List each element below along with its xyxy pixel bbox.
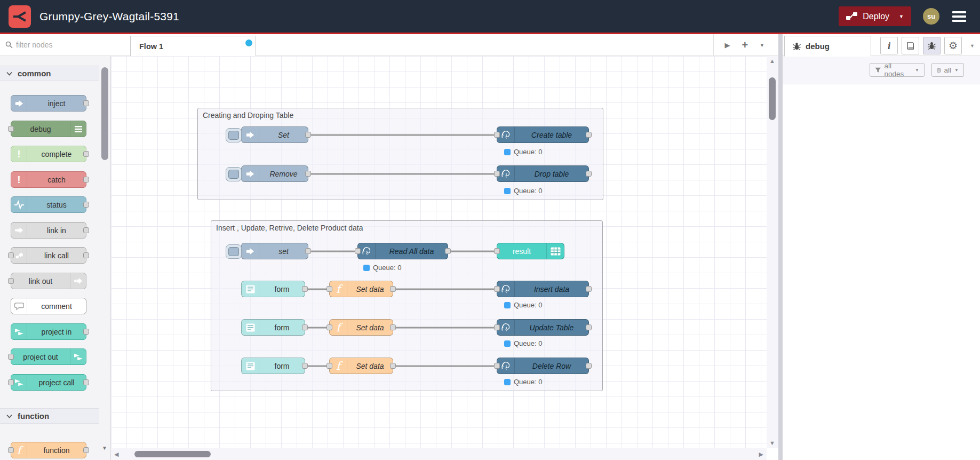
node-form[interactable]: form [241,319,305,336]
node-table-result[interactable]: result [497,243,564,259]
input-port[interactable] [8,252,14,258]
input-port[interactable] [8,379,14,385]
palette-scroll-down-icon[interactable]: ▼ [100,445,109,451]
palette-filter-input[interactable] [16,41,96,49]
output-port[interactable] [445,248,451,254]
output-port[interactable] [83,100,89,106]
tab-debug[interactable]: debug [784,36,871,57]
palette-node-catch[interactable]: ! catch [11,171,86,188]
output-port[interactable] [586,286,592,292]
config-tab-button[interactable]: ⚙ [944,37,962,54]
palette-node-project-out[interactable]: project out [11,348,86,365]
flow-list-chevron-icon[interactable]: ▼ [760,43,764,48]
user-avatar[interactable]: su [923,8,939,25]
info-tab-button[interactable]: i [880,37,898,54]
add-flow-button[interactable]: + [742,39,748,51]
output-port[interactable] [302,324,308,330]
palette-node-function[interactable]: f function [11,442,86,458]
tab-flow-1[interactable]: Flow 1 [130,36,256,56]
palette-category-common[interactable]: common [0,66,99,81]
input-port[interactable] [494,324,500,330]
output-port[interactable] [83,447,89,453]
input-port[interactable] [8,447,14,453]
node-inject-remove[interactable]: Remove [241,165,308,182]
palette-node-link-out[interactable]: link out [11,273,86,289]
input-port[interactable] [8,278,14,284]
node-function-set-data[interactable]: f Set data [329,281,393,297]
main-menu-icon[interactable] [952,11,966,22]
output-port[interactable] [305,171,311,177]
node-inject-set-lower[interactable]: set [241,243,308,259]
output-port[interactable] [83,177,89,183]
inject-button[interactable] [226,128,242,142]
output-port[interactable] [586,363,592,369]
tab-scroll-right-icon[interactable]: ▶ [724,41,730,49]
inject-button[interactable] [226,167,242,181]
palette-node-link-call[interactable]: link call [11,247,86,264]
debug-filter-button[interactable]: all nodes ▼ [870,63,925,77]
input-port[interactable] [8,354,14,360]
output-port[interactable] [83,252,89,258]
output-port[interactable] [305,132,311,138]
palette-node-link-in[interactable]: link in [11,222,86,239]
output-port[interactable] [586,324,592,330]
canvas-horizontal-scrollbar[interactable]: ◀ ▶ [111,448,767,460]
palette-node-project-call[interactable]: project call [11,374,86,391]
output-port[interactable] [302,286,308,292]
node-function-set-data[interactable]: f Set data [329,319,393,336]
palette-node-complete[interactable]: ! complete [11,146,86,162]
scroll-up-icon[interactable]: ▲ [769,58,775,64]
canvas-vertical-scrollbar[interactable]: ▲ ▼ [767,56,778,448]
flow-group-create-drop[interactable]: Creating and Droping Table [197,108,603,200]
output-port[interactable] [302,363,308,369]
input-port[interactable] [326,286,332,292]
output-port[interactable] [83,329,89,335]
output-port[interactable] [83,202,89,208]
input-port[interactable] [326,324,332,330]
node-pg-delete-row[interactable]: Delete Row [497,358,589,374]
node-pg-read-all-data[interactable]: Read All data [357,243,448,259]
node-pg-drop-table[interactable]: Drop table [497,165,589,182]
scroll-down-icon[interactable]: ▼ [769,440,775,446]
node-form[interactable]: form [241,281,305,297]
help-tab-button[interactable] [902,37,919,54]
palette-node-status[interactable]: status [11,196,86,213]
palette-scrollbar-thumb[interactable] [101,67,108,160]
scroll-right-icon[interactable]: ▶ [759,451,763,458]
deploy-button[interactable]: Deploy ▼ [839,6,911,26]
output-port[interactable] [586,171,592,177]
input-port[interactable] [494,363,500,369]
input-port[interactable] [355,248,361,254]
sidebar-splitter[interactable] [778,34,783,460]
inject-button[interactable] [226,244,242,259]
palette-node-inject[interactable]: inject [11,95,86,112]
node-pg-update-table[interactable]: Update Table [497,319,589,336]
scroll-left-icon[interactable]: ◀ [114,451,118,458]
input-port[interactable] [494,132,500,138]
sidebar-options-chevron-icon[interactable]: ▼ [970,43,975,49]
input-port[interactable] [494,286,500,292]
flow-canvas[interactable]: Creating and Droping Table Insert , Upda… [111,56,767,448]
palette-node-comment[interactable]: comment [11,298,86,314]
output-port[interactable] [390,286,396,292]
debug-clear-button[interactable]: all ▼ [931,63,964,77]
palette-category-function[interactable]: function [0,408,99,424]
input-port[interactable] [494,171,500,177]
output-port[interactable] [390,324,396,330]
node-form[interactable]: form [241,358,305,374]
palette-node-project-in[interactable]: project in [11,323,86,340]
output-port[interactable] [390,363,396,369]
input-port[interactable] [326,363,332,369]
node-inject-set[interactable]: Set [241,126,308,143]
node-function-set-data[interactable]: f Set data [329,358,393,374]
scrollbar-thumb[interactable] [769,77,776,120]
palette-node-debug[interactable]: debug [11,121,86,137]
output-port[interactable] [83,227,89,233]
input-port[interactable] [494,248,500,254]
node-pg-insert-data[interactable]: Insert data [497,281,589,297]
output-port[interactable] [83,151,89,157]
deploy-options-chevron-icon[interactable]: ▼ [899,14,904,19]
node-pg-create-table[interactable]: Create table [497,126,589,143]
output-port[interactable] [305,248,311,254]
scrollbar-thumb[interactable] [134,451,211,457]
